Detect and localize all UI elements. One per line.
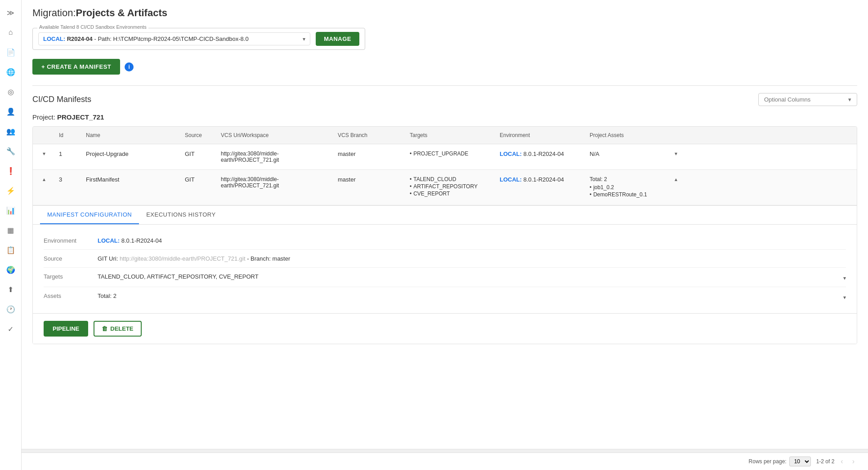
sidebar-item-home[interactable]: ⌂ bbox=[2, 23, 20, 41]
env-version: R2024-04 bbox=[67, 35, 93, 42]
col-source: Source bbox=[181, 130, 217, 140]
clock-icon: 🕐 bbox=[6, 305, 15, 314]
config-targets-row: Targets TALEND_CLOUD, ARTIFACT_REPOSITOR… bbox=[44, 268, 846, 287]
divider bbox=[32, 85, 857, 86]
sidebar-item-target[interactable]: ◎ bbox=[2, 83, 20, 101]
config-environment-value: LOCAL: 8.0.1-R2024-04 bbox=[98, 237, 846, 244]
row-expand-1[interactable]: ▾ bbox=[667, 149, 685, 159]
manage-button[interactable]: MANAGE bbox=[316, 32, 359, 46]
rows-per-page-select[interactable]: 10 25 50 bbox=[789, 457, 811, 466]
create-manifest-row: + CREATE A MANIFEST i bbox=[32, 59, 857, 75]
sidebar: ≫ ⌂ 📄 🌐 ◎ 👤 👥 🔧 ❗ ⚡ 📊 ▦ 📋 🌍 ⬆ 🕐 bbox=[0, 0, 22, 470]
sidebar-item-alert[interactable]: ❗ bbox=[2, 162, 20, 180]
sidebar-item-lightning[interactable]: ⚡ bbox=[2, 182, 20, 200]
row-name-1: Project-Upgrade bbox=[82, 149, 181, 159]
rows-per-page: Rows per page: 10 25 50 bbox=[749, 457, 811, 466]
tab-manifest-config[interactable]: MANIFEST CONFIGURATION bbox=[40, 206, 139, 224]
horizontal-scrollbar[interactable] bbox=[22, 449, 868, 452]
expanded-detail: MANIFEST CONFIGURATION EXECUTIONS HISTOR… bbox=[33, 205, 857, 344]
earth-icon: 🌍 bbox=[6, 266, 15, 274]
row-collapse-2[interactable]: ▴ bbox=[33, 174, 55, 184]
project-label: Project: PROJECT_721 bbox=[32, 113, 857, 121]
col-targets: Targets bbox=[406, 130, 496, 140]
env-prefix: LOCAL: bbox=[43, 35, 65, 42]
row-vcs-uri-2: http://gitea:3080/middle-earth/PROJECT_7… bbox=[217, 174, 334, 191]
sidebar-item-earth[interactable]: 🌍 bbox=[2, 261, 20, 279]
row-targets-2: TALEND_CLOUD ARTIFACT_REPOSITORY CVE_REP… bbox=[406, 174, 496, 200]
manifests-header: CI/CD Manifests Optional Columns ▾ bbox=[32, 93, 857, 106]
row-vcs-uri-1: http://gitea:3080/middle-earth/PROJECT_7… bbox=[217, 149, 334, 165]
upload-icon: ⬆ bbox=[8, 285, 13, 294]
create-manifest-button[interactable]: + CREATE A MANIFEST bbox=[32, 59, 120, 75]
row-assets-1: N/A bbox=[586, 149, 667, 159]
chart-icon: 📊 bbox=[6, 206, 15, 215]
manifests-title: CI/CD Manifests bbox=[32, 95, 91, 104]
sidebar-item-grid[interactable]: ▦ bbox=[2, 221, 20, 239]
manifest-tabs: MANIFEST CONFIGURATION EXECUTIONS HISTOR… bbox=[33, 206, 857, 225]
sidebar-item-file[interactable]: 📄 bbox=[2, 43, 20, 61]
wrench-icon: 🔧 bbox=[6, 147, 15, 155]
col-id: Id bbox=[55, 130, 82, 140]
next-page-button[interactable]: › bbox=[850, 457, 857, 466]
sidebar-item-person[interactable]: 👤 bbox=[2, 102, 20, 120]
page-info: 1-2 of 2 bbox=[816, 458, 835, 465]
action-row: PIPELINE 🗑 DELETE bbox=[33, 313, 857, 344]
alert-icon: ❗ bbox=[6, 167, 15, 175]
config-assets-row: Assets Total: 2 ▾ bbox=[44, 287, 846, 306]
config-source-prefix: GIT Uri: bbox=[98, 255, 118, 262]
info-icon[interactable]: i bbox=[125, 62, 134, 71]
report-icon: 📋 bbox=[6, 246, 15, 254]
home-icon: ⌂ bbox=[9, 28, 13, 36]
rows-per-page-label: Rows per page: bbox=[749, 458, 787, 465]
person-icon: 👤 bbox=[6, 107, 15, 116]
delete-button[interactable]: 🗑 DELETE bbox=[94, 321, 141, 337]
grid-icon: ▦ bbox=[7, 226, 14, 235]
config-source-row: Source GIT Uri: http://gitea:3080/middle… bbox=[44, 250, 846, 268]
col-chevron bbox=[33, 130, 55, 140]
project-name: PROJECT_721 bbox=[57, 113, 104, 121]
page-title: Migration:Projects & Artifacts bbox=[32, 7, 857, 19]
pipeline-button[interactable]: PIPELINE bbox=[44, 321, 88, 337]
sidebar-item-report[interactable]: 📋 bbox=[2, 241, 20, 259]
row-environment-1: LOCAL: 8.0.1-R2024-04 bbox=[496, 149, 586, 159]
row-vcs-branch-1: master bbox=[334, 149, 406, 159]
table-header: Id Name Source VCS Uri/Workspace VCS Bra… bbox=[33, 127, 857, 144]
col-expand bbox=[667, 130, 685, 140]
sidebar-item-checklist[interactable]: ✓ bbox=[2, 320, 20, 338]
sidebar-item-upload[interactable]: ⬆ bbox=[2, 280, 20, 298]
config-source-branch-label: - Branch: bbox=[247, 255, 271, 262]
people-icon: 👥 bbox=[6, 127, 15, 136]
config-source-branch: master bbox=[273, 255, 291, 262]
row-targets-1: PROJECT_UPGRADE bbox=[406, 149, 496, 160]
row-expand-2[interactable]: ▴ bbox=[667, 174, 685, 184]
assets-expand-chevron[interactable]: ▾ bbox=[843, 293, 846, 301]
row-collapse-1[interactable]: ▾ bbox=[33, 149, 55, 159]
sidebar-item-chart[interactable]: 📊 bbox=[2, 201, 20, 219]
col-environment: Environment bbox=[496, 130, 586, 140]
targets-expand-chevron[interactable]: ▾ bbox=[843, 273, 846, 281]
file-icon: 📄 bbox=[6, 48, 15, 57]
sidebar-item-people[interactable]: 👥 bbox=[2, 122, 20, 140]
col-project-assets: Project Assets bbox=[586, 130, 667, 140]
checklist-icon: ✓ bbox=[8, 325, 13, 333]
config-assets-label: Assets bbox=[44, 293, 98, 299]
config-assets-value: Total: 2 bbox=[98, 293, 843, 299]
sidebar-item-globe[interactable]: 🌐 bbox=[2, 63, 20, 81]
config-targets-value: TALEND_CLOUD, ARTIFACT_REPOSITORY, CVE_R… bbox=[98, 273, 843, 280]
config-environment-label: Environment bbox=[44, 237, 98, 244]
sidebar-item-clock[interactable]: 🕐 bbox=[2, 300, 20, 318]
config-env-prefix: LOCAL: bbox=[98, 237, 120, 244]
tab-executions-history[interactable]: EXECUTIONS HISTORY bbox=[139, 206, 223, 224]
sidebar-expand[interactable]: ≫ bbox=[2, 4, 20, 22]
content-area: Migration:Projects & Artifacts Available… bbox=[22, 0, 868, 449]
config-env-version: 8.0.1-R2024-04 bbox=[121, 237, 162, 244]
environment-dropdown[interactable]: LOCAL: R2024-04 - Path: H:\TCMP\tcmp-R20… bbox=[38, 32, 310, 45]
optional-columns-label: Optional Columns bbox=[764, 96, 810, 103]
col-name: Name bbox=[82, 130, 181, 140]
delete-icon: 🗑 bbox=[102, 325, 107, 332]
table-row: ▾ 1 Project-Upgrade GIT http://gitea:308… bbox=[33, 144, 857, 170]
main-content: Migration:Projects & Artifacts Available… bbox=[22, 0, 868, 470]
prev-page-button[interactable]: ‹ bbox=[838, 457, 846, 466]
optional-columns-dropdown[interactable]: Optional Columns ▾ bbox=[758, 93, 857, 106]
sidebar-item-tools[interactable]: 🔧 bbox=[2, 142, 20, 160]
